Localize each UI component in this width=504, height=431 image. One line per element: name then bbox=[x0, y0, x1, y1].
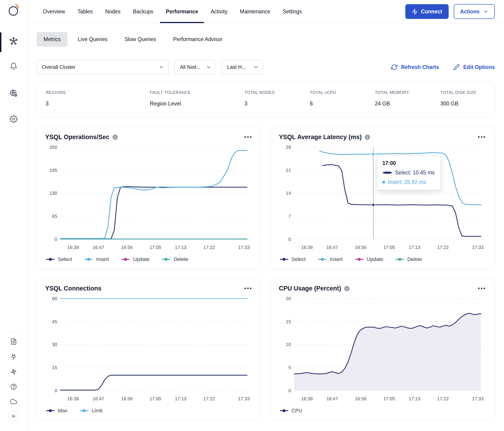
clusters-network-icon bbox=[9, 37, 18, 45]
svg-text:16:47: 16:47 bbox=[93, 245, 104, 250]
sidebar-item-docs[interactable] bbox=[0, 335, 27, 348]
svg-text:0: 0 bbox=[55, 237, 57, 242]
edit-options-button[interactable]: Edit Options bbox=[453, 64, 495, 70]
expand-sidebar-button[interactable] bbox=[0, 410, 27, 423]
cluster-select[interactable]: Overall Cluster bbox=[37, 60, 169, 74]
legend-item-max[interactable]: Max bbox=[46, 408, 68, 414]
sidebar-item-cloud-status[interactable] bbox=[0, 395, 27, 408]
ysql-connections-chart[interactable]: 01530456016:3916:4716:5617:0517:1317:221… bbox=[43, 294, 254, 405]
sidebar-item-integrations[interactable] bbox=[0, 350, 27, 363]
svg-text:45: 45 bbox=[52, 319, 57, 324]
legend-item-update[interactable]: Update bbox=[121, 256, 149, 262]
yugabyte-logo[interactable] bbox=[7, 3, 20, 18]
subtab-performance-advisor[interactable]: Performance Advisor bbox=[166, 32, 229, 47]
sidebar-item-network-access[interactable] bbox=[0, 86, 27, 101]
tab-performance[interactable]: Performance bbox=[160, 0, 205, 23]
time-range-select[interactable]: Last H... bbox=[222, 60, 263, 74]
legend-item-insert[interactable]: Insert bbox=[84, 256, 109, 262]
info-icon[interactable]: i bbox=[113, 135, 118, 140]
svg-text:16:47: 16:47 bbox=[93, 396, 104, 401]
performance-subtabs: Metrics Live Queries Slow Queries Perfor… bbox=[27, 23, 504, 47]
sidebar-item-clusters[interactable] bbox=[0, 34, 27, 48]
sidebar-item-settings[interactable] bbox=[0, 112, 27, 127]
stat-total-nodes: TOTAL NODES 3 bbox=[244, 90, 310, 107]
legend-item-limit[interactable]: Limit bbox=[80, 408, 102, 414]
tab-activity[interactable]: Activity bbox=[205, 0, 234, 23]
integrations-plug-icon bbox=[10, 353, 17, 360]
legend-item-update[interactable]: Update bbox=[355, 256, 383, 262]
chart-menu-button[interactable]: ••• bbox=[242, 285, 254, 292]
chevron-down-icon bbox=[253, 64, 259, 70]
sidebar-item-alerts[interactable] bbox=[0, 59, 27, 73]
info-icon[interactable]: i bbox=[344, 286, 350, 291]
tab-overview[interactable]: Overview bbox=[37, 0, 71, 23]
chart-title: YSQL Operations/Sec bbox=[45, 134, 109, 141]
svg-text:17:33: 17:33 bbox=[238, 396, 250, 401]
legend-item-select[interactable]: Select bbox=[46, 256, 72, 262]
stat-regions: REGIONS 3 bbox=[46, 90, 150, 107]
network-access-globe-gear-icon bbox=[9, 89, 18, 97]
charts-grid: YSQL Operations/Sec i ••• 06513019526016… bbox=[37, 127, 495, 424]
chart-menu-button[interactable]: ••• bbox=[476, 285, 488, 292]
info-icon[interactable]: i bbox=[365, 135, 370, 140]
cpu-usage-chart[interactable]: 0510152016:3916:4716:5617:0517:1317:2217… bbox=[277, 294, 488, 405]
svg-text:17:22: 17:22 bbox=[203, 245, 215, 250]
tab-backups[interactable]: Backups bbox=[127, 0, 160, 23]
refresh-charts-button[interactable]: Refresh Charts bbox=[391, 64, 439, 70]
ysql-operations-chart[interactable]: 06513019526016:3916:4716:5617:0517:1317:… bbox=[43, 143, 254, 254]
legend-item-select[interactable]: Select bbox=[280, 256, 306, 262]
chart-menu-button[interactable]: ••• bbox=[476, 134, 488, 141]
sidebar-item-slack[interactable] bbox=[0, 365, 27, 378]
legend-item-insert[interactable]: Insert bbox=[318, 256, 343, 262]
lightning-bolt-icon bbox=[412, 9, 418, 15]
stat-total-disk-size: TOTAL DISK SIZE 300 GB bbox=[440, 90, 495, 107]
tab-settings[interactable]: Settings bbox=[276, 0, 308, 23]
legend-item-cpu[interactable]: CPU bbox=[280, 408, 302, 414]
chart-title: YSQL Connections bbox=[45, 285, 101, 292]
top-navigation: Overview Tables Nodes Backups Performanc… bbox=[27, 0, 504, 23]
chart-legend: CPU bbox=[280, 408, 488, 414]
tooltip-timestamp: 17:00 bbox=[382, 160, 435, 166]
nodes-select[interactable]: All Nod... bbox=[175, 60, 216, 74]
svg-text:15: 15 bbox=[52, 365, 57, 370]
svg-text:17:05: 17:05 bbox=[150, 396, 161, 401]
svg-text:10: 10 bbox=[286, 342, 291, 347]
svg-text:5: 5 bbox=[288, 365, 291, 370]
svg-text:17:33: 17:33 bbox=[472, 245, 483, 250]
chart-legend: SelectInsertUpdateDelete bbox=[46, 256, 254, 262]
sidebar-divider bbox=[6, 332, 21, 332]
pencil-icon bbox=[453, 64, 460, 70]
svg-text:195: 195 bbox=[50, 168, 57, 173]
svg-text:17:05: 17:05 bbox=[150, 245, 161, 250]
cloud-status-icon bbox=[10, 398, 17, 405]
filter-row: Overall Cluster All Nod... Last H... Ref… bbox=[27, 47, 504, 74]
svg-text:17:22: 17:22 bbox=[437, 245, 449, 250]
chart-title: YSQL Average Latency (ms) bbox=[279, 134, 362, 141]
connect-button[interactable]: Connect bbox=[405, 4, 449, 19]
tab-nodes[interactable]: Nodes bbox=[99, 0, 126, 23]
chevron-down-icon bbox=[206, 64, 211, 70]
stat-total-memory: TOTAL MEMORY 24 GB bbox=[375, 90, 440, 107]
svg-text:17:13: 17:13 bbox=[175, 396, 187, 401]
svg-text:17:13: 17:13 bbox=[409, 245, 420, 250]
svg-text:7: 7 bbox=[288, 214, 291, 219]
sidebar-item-help[interactable] bbox=[0, 380, 27, 393]
svg-text:17:05: 17:05 bbox=[383, 245, 395, 250]
cluster-tabs: Overview Tables Nodes Backups Performanc… bbox=[37, 0, 308, 23]
subtab-slow-queries[interactable]: Slow Queries bbox=[117, 32, 163, 47]
svg-text:16:56: 16:56 bbox=[121, 396, 133, 401]
legend-item-delete[interactable]: Delete bbox=[396, 256, 422, 262]
tab-tables[interactable]: Tables bbox=[71, 0, 99, 23]
subtab-live-queries[interactable]: Live Queries bbox=[71, 32, 114, 47]
settings-gear-icon bbox=[10, 115, 18, 123]
chart-legend: MaxLimit bbox=[46, 408, 254, 414]
legend-item-delete[interactable]: Delete bbox=[162, 256, 188, 262]
docs-file-icon bbox=[10, 338, 17, 345]
chart-menu-button[interactable]: ••• bbox=[242, 134, 254, 141]
svg-text:30: 30 bbox=[52, 342, 57, 347]
subtab-metrics[interactable]: Metrics bbox=[37, 32, 68, 47]
chart-card-ysql-latency: YSQL Average Latency (ms) i ••• 07142128… bbox=[270, 127, 495, 269]
svg-text:17:22: 17:22 bbox=[203, 396, 215, 401]
tab-maintenance[interactable]: Maintenance bbox=[234, 0, 277, 23]
actions-button[interactable]: Actions bbox=[454, 4, 495, 19]
